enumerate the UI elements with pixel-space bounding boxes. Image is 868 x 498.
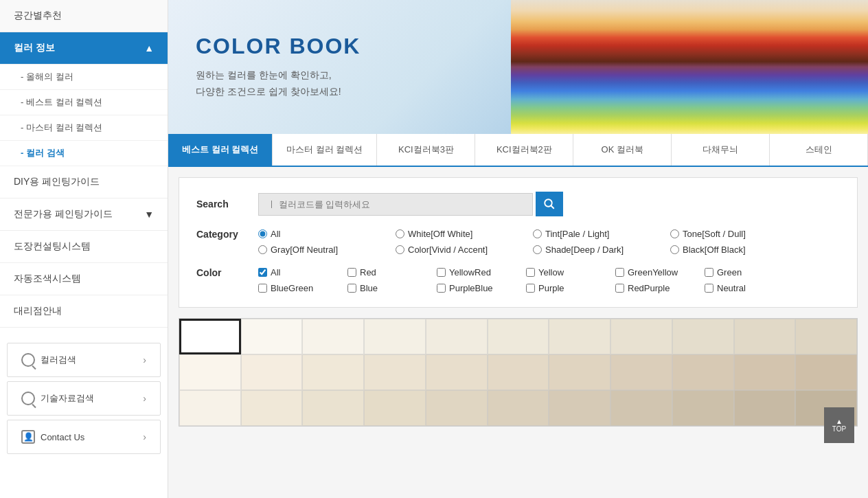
tab-kci2[interactable]: KCI컬러북2판 — [475, 134, 573, 166]
category-label: Category — [196, 229, 258, 240]
color-cell[interactable] — [795, 319, 857, 354]
color-cell[interactable] — [241, 319, 303, 354]
color-cell[interactable] — [488, 390, 549, 426]
color-cell[interactable] — [549, 390, 610, 426]
color-cell[interactable] — [179, 390, 241, 426]
category-tint[interactable]: Tint[Pale / Light] — [533, 229, 670, 239]
search-button[interactable] — [536, 192, 563, 216]
color-cell[interactable] — [488, 319, 549, 354]
color-cell[interactable] — [179, 354, 241, 390]
color-cell[interactable] — [672, 390, 734, 426]
chevron-right-icon: › — [143, 431, 146, 442]
color-yellow[interactable]: Yellow — [526, 267, 615, 278]
search-icon — [21, 353, 35, 367]
color-cell[interactable] — [241, 390, 303, 426]
color-cell[interactable] — [364, 354, 426, 390]
color-cell[interactable] — [549, 354, 610, 390]
tab-master-color[interactable]: 마스터 컬러 컬렉션 — [273, 134, 377, 166]
sidebar: 공간별추천 컬러 정보 ▲ 올해의 컬러 베스트 컬러 컬렉션 마스터 컬러 컬… — [0, 0, 168, 498]
search-row: Search — [196, 192, 840, 216]
color-green[interactable]: Green — [705, 267, 794, 278]
color-cell[interactable] — [241, 354, 303, 390]
color-cell[interactable] — [672, 354, 734, 390]
color-cell[interactable] — [364, 319, 426, 354]
color-blue[interactable]: Blue — [347, 283, 437, 293]
tab-multi[interactable]: 다채무늬 — [672, 134, 770, 166]
color-cell[interactable] — [426, 319, 488, 354]
main-content: COLOR BOOK 원하는 컬러를 한눈에 확인하고, 다양한 조건으로 쉽게… — [168, 0, 868, 498]
category-tone[interactable]: Tone[Soft / Dull] — [670, 229, 808, 239]
sidebar-tool-tech-search[interactable]: 기술자료검색 › — [7, 381, 161, 416]
tab-bar: 베스트 컬러 컬렉션 마스터 컬러 컬렉션 KCI컬러북3판 KCI컬러북2판 … — [168, 134, 868, 167]
top-button[interactable]: ▲ TOP — [824, 407, 854, 443]
color-cell[interactable] — [302, 354, 364, 390]
sidebar-sub-item-best-color[interactable]: 베스트 컬러 컬렉션 — [0, 90, 168, 115]
color-blue-green[interactable]: BlueGreen — [258, 283, 347, 293]
tab-ok-color[interactable]: OK 컬러북 — [573, 134, 672, 166]
color-cell[interactable] — [302, 390, 364, 426]
color-neutral[interactable]: Neutral — [705, 283, 794, 293]
color-cell[interactable] — [426, 390, 488, 426]
sidebar-item-diy-guide[interactable]: DIY용 페인팅가이드 — [0, 166, 168, 199]
category-options: All White[Off White] Tint[Pale / Light] … — [258, 229, 808, 255]
color-green-yellow[interactable]: GreenYellow — [615, 267, 705, 278]
color-cell[interactable] — [795, 354, 857, 390]
color-cell[interactable] — [610, 354, 672, 390]
category-row: Category All White[Off White] Tint[Pale … — [196, 229, 840, 255]
sidebar-item-paint-consulting[interactable]: 도장컨설팅시스템 — [0, 231, 168, 263]
sidebar-tool-color-search[interactable]: 컬러검색 › — [7, 343, 161, 377]
chevron-right-icon: › — [143, 393, 146, 404]
sidebar-item-pro-guide[interactable]: 전문가용 페인팅가이드 ▼ — [0, 199, 168, 231]
color-cell[interactable] — [488, 354, 549, 390]
search-input[interactable] — [258, 193, 533, 216]
tab-kci3[interactable]: KCI컬러북3판 — [377, 134, 475, 166]
search-icon — [543, 198, 556, 210]
banner-description: 원하는 컬러를 한눈에 확인하고, 다양한 조건으로 쉽게 찾아보세요! — [196, 67, 361, 100]
category-shade[interactable]: Shade[Deep / Dark] — [533, 245, 670, 255]
sidebar-sub-item-color-search[interactable]: 컬러 검색 — [0, 141, 168, 166]
color-cell[interactable] — [302, 319, 364, 354]
search-icon — [21, 392, 35, 405]
color-cell[interactable] — [734, 354, 796, 390]
category-black[interactable]: Black[Off Black] — [670, 245, 808, 255]
color-yellow-red[interactable]: YellowRed — [437, 267, 526, 278]
sidebar-item-color-info[interactable]: 컬러 정보 ▲ — [0, 32, 168, 65]
category-vivid[interactable]: Color[Vivid / Accent] — [396, 245, 533, 255]
svg-point-0 — [545, 199, 552, 207]
banner-decoration — [511, 0, 868, 134]
color-cell[interactable] — [734, 390, 796, 426]
tab-stain[interactable]: 스테인 — [770, 134, 868, 166]
color-label: Color — [196, 267, 258, 278]
tab-best-color[interactable]: 베스트 컬러 컬렉션 — [168, 134, 273, 166]
color-red-purple[interactable]: RedPurple — [615, 283, 705, 293]
category-white[interactable]: White[Off White] — [396, 229, 533, 239]
color-row: Color All Red YellowRed — [196, 267, 840, 293]
sidebar-tool-contact-us[interactable]: 👤 Contact Us › — [7, 420, 161, 454]
sidebar-sub-item-master-color[interactable]: 마스터 컬러 컬렉션 — [0, 115, 168, 141]
person-icon: 👤 — [21, 430, 35, 444]
color-all[interactable]: All — [258, 267, 347, 278]
sidebar-item-space-recommend[interactable]: 공간별추천 — [0, 0, 168, 32]
color-purple-blue[interactable]: PurpleBlue — [437, 283, 526, 293]
color-cell[interactable] — [610, 319, 672, 354]
category-gray[interactable]: Gray[Off Neutral] — [258, 245, 396, 255]
color-cell[interactable] — [672, 319, 734, 354]
sidebar-item-auto-color[interactable]: 자동조색시스템 — [0, 263, 168, 295]
color-purple[interactable]: Purple — [526, 283, 615, 293]
color-cell[interactable] — [364, 390, 426, 426]
banner-title: COLOR BOOK — [196, 34, 361, 59]
sidebar-item-dealer-info[interactable]: 대리점안내 — [0, 295, 168, 328]
search-section: Search Category All — [179, 177, 858, 308]
category-all[interactable]: All — [258, 229, 396, 239]
color-red[interactable]: Red — [347, 267, 437, 278]
sidebar-sub-item-this-year-color[interactable]: 올해의 컬러 — [0, 65, 168, 90]
color-cell[interactable] — [734, 319, 796, 354]
color-cell[interactable] — [426, 354, 488, 390]
chevron-right-icon: › — [143, 354, 146, 365]
search-label: Search — [196, 199, 258, 210]
color-cell[interactable] — [179, 319, 241, 354]
color-grid — [179, 318, 858, 427]
banner: COLOR BOOK 원하는 컬러를 한눈에 확인하고, 다양한 조건으로 쉽게… — [168, 0, 868, 134]
color-cell[interactable] — [610, 390, 672, 426]
color-cell[interactable] — [549, 319, 610, 354]
